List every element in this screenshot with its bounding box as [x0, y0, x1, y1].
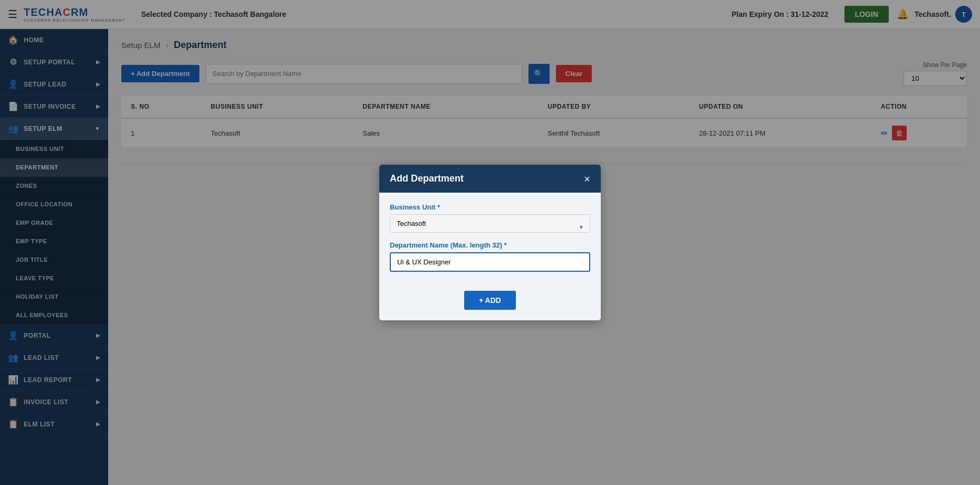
modal-header: Add Department × [379, 165, 601, 193]
add-department-modal: Add Department × Business Unit * Techaso… [379, 165, 601, 320]
dept-name-input[interactable] [390, 252, 590, 272]
modal-overlay[interactable]: Add Department × Business Unit * Techaso… [0, 0, 980, 485]
add-button[interactable]: + ADD [464, 291, 516, 310]
modal-footer: + ADD [379, 291, 601, 320]
modal-close-button[interactable]: × [584, 174, 590, 184]
business-unit-label: Business Unit * [390, 203, 590, 211]
dept-name-label: Department Name (Max. length 32) * [390, 241, 590, 249]
modal-body: Business Unit * Techasoft Department Nam… [379, 193, 601, 291]
business-unit-select[interactable]: Techasoft [390, 214, 590, 233]
modal-title: Add Department [390, 173, 464, 184]
business-unit-select-wrapper: Techasoft [390, 214, 590, 241]
